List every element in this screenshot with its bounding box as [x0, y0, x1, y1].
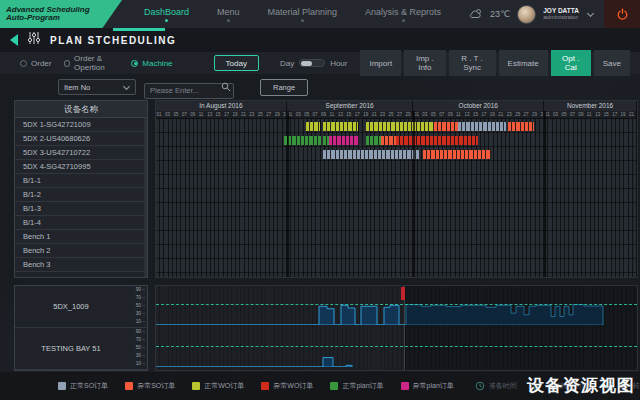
nav-item-menu[interactable]: Menu	[203, 0, 254, 28]
opt-cal-button[interactable]: Opt . Cal	[551, 50, 591, 76]
gantt-segment-wo_normal[interactable]	[306, 122, 320, 131]
day-strip: 0103050709111315171921	[544, 111, 637, 118]
range-button[interactable]: Range	[260, 79, 308, 96]
machine-row[interactable]: Bench 3	[15, 258, 147, 272]
day-tick: 27	[523, 111, 531, 118]
machine-list-header: 设备名称	[15, 101, 147, 118]
day-tick: 05	[304, 111, 312, 118]
app-logo: Advanced Scheduling Auto-Program	[0, 0, 122, 28]
gantt-segment-so_abnormal[interactable]	[434, 122, 458, 131]
search-box	[144, 79, 234, 95]
day-tick: 23	[380, 111, 388, 118]
main-nav: DashBoardMenuMaterial PlanningAnalysis &…	[130, 0, 455, 28]
day-tick: 15	[472, 111, 480, 118]
machine-row[interactable]: 5DX 3-US42710722	[15, 146, 147, 160]
load-label-row: 5DX_10099070503010	[15, 286, 147, 328]
day-tick: 07	[181, 111, 189, 118]
gantt-segment-wo_abnormal[interactable]	[396, 136, 478, 145]
day-tick: 11	[198, 111, 206, 118]
scale-tick: 70	[136, 338, 145, 343]
gantt-segment-so_normal[interactable]	[458, 122, 506, 131]
nav-label: Menu	[217, 7, 240, 17]
month-separator	[413, 111, 415, 277]
gantt-segment-so_abnormal[interactable]	[423, 150, 491, 159]
day-tick: 03	[164, 111, 172, 118]
clock-icon	[475, 381, 485, 392]
temperature: 23℃	[490, 9, 510, 19]
gantt-segment-so_abnormal[interactable]	[381, 136, 396, 145]
day-tick: 11	[586, 111, 594, 118]
mode-label: Order	[31, 59, 51, 68]
back-button[interactable]	[10, 34, 18, 46]
day-strip: 01030507091113151719212325272931	[413, 111, 544, 118]
now-marker	[401, 287, 405, 300]
machine-row[interactable]: B/1-3	[15, 202, 147, 216]
load-panel: 5DX_10099070503010TESTING BAY 5190705030…	[0, 285, 640, 371]
topbar-right: 23℃ JOY DATTA administrator	[469, 0, 640, 28]
nav-indicator-dot	[301, 19, 304, 22]
day-tick: 27	[266, 111, 274, 118]
gantt-segment-plan_normal[interactable]	[284, 136, 321, 145]
estimate-button[interactable]: Estimate	[499, 50, 548, 76]
gantt-segment-wo_normal[interactable]	[323, 122, 358, 131]
nav-item-dashboard[interactable]: DashBoard	[130, 0, 203, 28]
gantt-segment-so_abnormal[interactable]	[508, 122, 534, 131]
power-button[interactable]	[604, 0, 640, 28]
user-avatar[interactable]	[517, 5, 536, 24]
day-tick: 15	[346, 111, 354, 118]
day-strip: 01030507091113151719212325272931	[156, 111, 287, 118]
scale-tick: 10	[136, 320, 145, 325]
day-tick: 17	[612, 111, 620, 118]
mode-radio-machine[interactable]: Machine	[131, 54, 172, 72]
nav-indicator-dot	[227, 19, 230, 22]
mode-radio-order-opertion[interactable]: Order & Opertion	[64, 54, 118, 72]
gantt-segment-plan_abnormal[interactable]	[329, 136, 359, 145]
r-t-sync-button[interactable]: R . T . Sync	[449, 50, 496, 76]
gantt-segment-wo_normal[interactable]	[366, 122, 434, 131]
day-hour-switch[interactable]	[299, 59, 325, 67]
machine-row[interactable]: 5DX 2-US40680626	[15, 132, 147, 146]
imp-info-button[interactable]: Imp . Info	[404, 50, 445, 76]
watermark: 设备资源视图	[527, 374, 635, 397]
power-icon	[616, 8, 629, 21]
day-tick: 15	[603, 111, 611, 118]
legend-label: 正常SO订单	[70, 381, 108, 391]
machine-list-scrollbar[interactable]	[144, 118, 147, 277]
legend-label: 异常SO订单	[137, 381, 175, 391]
user-role: administrator	[543, 14, 579, 21]
machine-row[interactable]: B/1-1	[15, 174, 147, 188]
today-button[interactable]: Today	[214, 55, 259, 71]
import-button[interactable]: Import	[360, 50, 401, 76]
item-no-select[interactable]: Item No	[58, 79, 136, 95]
machine-row[interactable]: 5DX 1-SG42721009	[15, 118, 147, 132]
day-tick: 07	[439, 111, 447, 118]
sliders-icon	[27, 31, 41, 49]
gantt-segment-so_normal[interactable]	[323, 150, 419, 159]
load-machine-name: 5DX_1009	[15, 286, 127, 327]
save-button[interactable]: Save	[594, 50, 630, 76]
machine-row[interactable]: Bench 2	[15, 244, 147, 258]
gantt-section: 设备名称 5DX 1-SG427210095DX 2-US406806265DX…	[0, 100, 640, 278]
machine-row[interactable]: Bench 1	[15, 230, 147, 244]
machine-row[interactable]: B/1-2	[15, 188, 147, 202]
day-tick: 13	[464, 111, 472, 118]
machine-row[interactable]: 5DX 4-SG42710995	[15, 160, 147, 174]
machine-row[interactable]: B/1-4	[15, 216, 147, 230]
radio-icon	[64, 60, 70, 67]
gantt-segment-plan_normal[interactable]	[366, 136, 381, 145]
legend-item-so: 异常SO订单	[125, 381, 175, 391]
day-header-row: 0103050709111315171921232527293101030507…	[156, 111, 637, 119]
nav-item-analysis-reprots[interactable]: Analysis & Reprots	[351, 0, 455, 28]
mode-radio-order[interactable]: Order	[20, 54, 51, 72]
day-tick: 09	[578, 111, 586, 118]
weather-icon	[469, 5, 483, 23]
select-chevron-icon	[123, 82, 130, 89]
mode-label: Order & Opertion	[74, 54, 118, 72]
toolbar: OrderOrder & OpertionMachine Today Day H…	[0, 52, 640, 74]
month-header-in-august-2016: In August 2016	[156, 101, 287, 111]
scale-tick: 50	[136, 304, 145, 309]
user-info: JOY DATTA administrator	[543, 7, 579, 22]
nav-item-material-planning[interactable]: Material Planning	[254, 0, 352, 28]
month-separator	[544, 111, 546, 277]
chevron-down-icon[interactable]	[587, 9, 594, 16]
